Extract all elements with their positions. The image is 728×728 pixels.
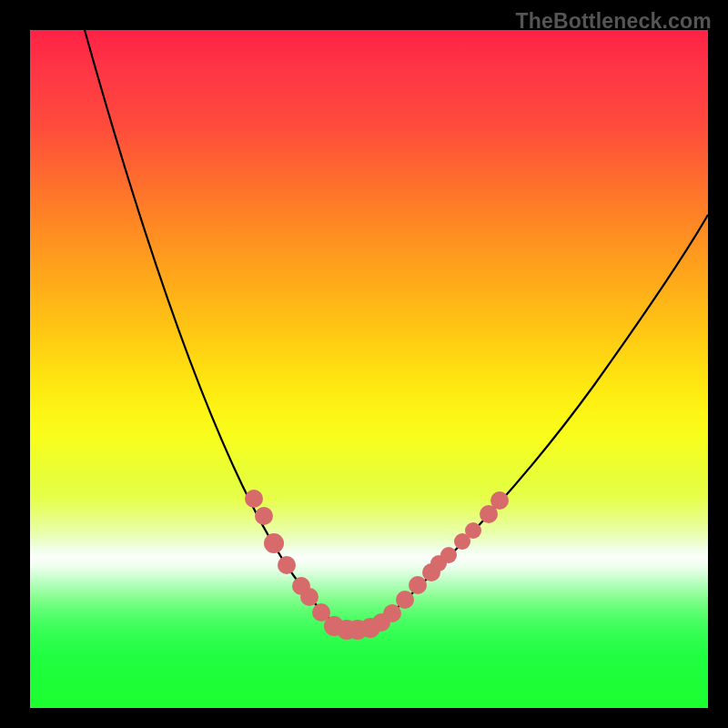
- chart-frame: [30, 30, 708, 708]
- bead: [396, 591, 414, 609]
- bead: [383, 604, 401, 622]
- bead: [255, 507, 273, 525]
- beads-group: [245, 490, 509, 640]
- curve-path: [85, 30, 708, 630]
- bead: [278, 556, 296, 574]
- bead: [440, 547, 457, 563]
- bead: [264, 533, 284, 553]
- bead: [490, 491, 509, 510]
- bead: [245, 490, 263, 508]
- bead: [300, 588, 318, 606]
- chart-svg: [30, 30, 708, 708]
- bead: [465, 522, 481, 539]
- bead: [409, 576, 427, 594]
- watermark-text: TheBottleneck.com: [515, 9, 712, 34]
